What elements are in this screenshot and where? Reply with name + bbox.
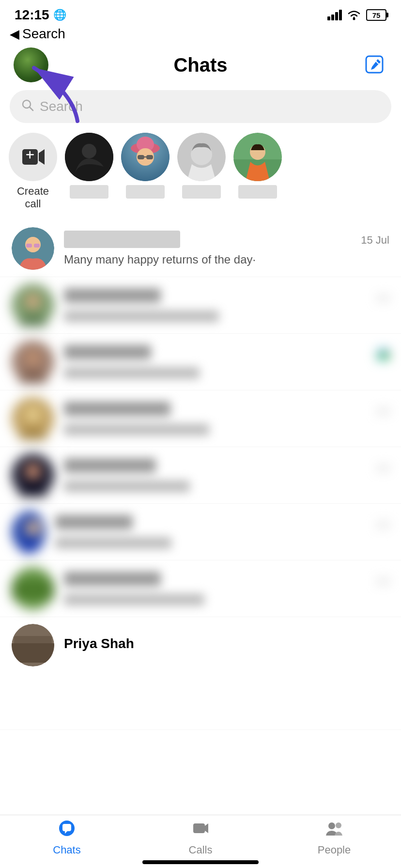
- story-avatar-1: [65, 133, 113, 181]
- story-name-blur-3: [182, 185, 221, 199]
- story-name-blur-2: [126, 185, 165, 199]
- svg-point-4: [353, 18, 355, 20]
- svg-rect-32: [34, 244, 40, 248]
- svg-rect-48: [12, 643, 54, 663]
- story-item-1[interactable]: [65, 133, 113, 199]
- create-call-avatar: [9, 133, 57, 181]
- wifi-icon: [347, 10, 361, 20]
- svg-rect-31: [26, 244, 32, 248]
- chat-content-4: Jul: [64, 402, 389, 435]
- story-name-blur-1: [70, 185, 108, 199]
- user-avatar[interactable]: [14, 47, 48, 82]
- svg-point-52: [328, 822, 335, 829]
- chat-content-2: Jul: [64, 288, 389, 322]
- chat-content-3: 🏞️: [64, 345, 389, 379]
- chat-avatar-2: [12, 284, 54, 326]
- create-call-item[interactable]: Createcall: [9, 133, 57, 211]
- svg-point-15: [82, 144, 96, 158]
- story-item-4[interactable]: [233, 133, 282, 199]
- svg-rect-13: [30, 151, 31, 159]
- svg-rect-45: [12, 582, 54, 599]
- story-name-blur-4: [238, 185, 277, 199]
- story-item-2[interactable]: [121, 133, 170, 199]
- chat-avatar-5: [12, 454, 54, 496]
- story-avatar-4: [233, 133, 282, 181]
- svg-rect-2: [335, 12, 338, 20]
- svg-point-53: [336, 822, 341, 828]
- chat-avatar-3: [12, 341, 54, 383]
- story-item-3[interactable]: [177, 133, 226, 199]
- chats-header: Chats: [0, 46, 401, 90]
- chat-avatar-4: [12, 397, 54, 440]
- chat-avatar-1: [12, 227, 54, 270]
- chat-content-1: 15 Jul Many many happy returns of the da…: [64, 231, 389, 266]
- chat-message-1: Many many happy returns of the day·: [64, 253, 256, 266]
- calls-tab-icon: [191, 819, 210, 842]
- chat-content-7: Jul: [64, 572, 389, 605]
- story-avatar-2: [121, 133, 170, 181]
- chat-item-5[interactable]: Jul: [0, 447, 401, 504]
- signal-icon: [327, 10, 342, 20]
- chat-item-6[interactable]: Jul: [0, 504, 401, 560]
- svg-marker-11: [39, 149, 45, 165]
- home-indicator: [142, 860, 259, 864]
- stories-row: Createcall: [0, 133, 401, 220]
- tab-chats[interactable]: Chats: [28, 819, 106, 856]
- create-call-label: Createcall: [17, 185, 49, 211]
- svg-point-36: [25, 350, 41, 366]
- back-navigation[interactable]: ◀ Search: [0, 26, 401, 46]
- tab-people[interactable]: People: [295, 819, 373, 856]
- svg-rect-22: [146, 155, 153, 159]
- globe-icon: 🌐: [53, 9, 66, 21]
- status-bar: 12:15 🌐 75: [0, 0, 401, 26]
- people-tab-label: People: [318, 844, 351, 856]
- svg-rect-3: [339, 10, 342, 20]
- svg-point-38: [25, 407, 41, 422]
- chat-time-1: 15 Jul: [361, 234, 389, 247]
- chat-name-priya: Priya Shah: [64, 636, 134, 651]
- chats-tab-icon: [58, 819, 76, 842]
- story-avatar-3: [177, 133, 226, 181]
- svg-rect-21: [138, 155, 144, 159]
- svg-rect-0: [327, 16, 330, 20]
- chat-list: 15 Jul Many many happy returns of the da…: [0, 220, 401, 730]
- chat-content-priya: Priya Shah: [64, 636, 389, 654]
- chat-item-4[interactable]: Jul: [0, 390, 401, 447]
- svg-line-8: [30, 107, 33, 110]
- chat-content-5: Jul: [64, 458, 389, 492]
- chat-item-7[interactable]: Jul: [0, 560, 401, 617]
- svg-point-34: [25, 294, 41, 309]
- chats-tab-label: Chats: [53, 844, 80, 856]
- chat-item-1[interactable]: 15 Jul Many many happy returns of the da…: [0, 220, 401, 277]
- chat-avatar-priya: [12, 624, 54, 666]
- search-placeholder: Search: [40, 99, 83, 114]
- page-title: Chats: [173, 54, 227, 76]
- status-icons: 75: [327, 9, 386, 21]
- svg-point-40: [25, 464, 41, 479]
- chat-content-6: Jul: [55, 515, 389, 549]
- tab-calls[interactable]: Calls: [162, 819, 239, 856]
- battery-icon: 75: [366, 9, 386, 21]
- people-tab-icon: [325, 819, 343, 842]
- search-icon: [21, 99, 34, 114]
- svg-point-42: [25, 520, 41, 536]
- compose-button[interactable]: [362, 52, 387, 78]
- svg-marker-51: [205, 823, 208, 833]
- svg-rect-1: [331, 15, 334, 20]
- chat-avatar-7: [12, 567, 54, 610]
- calls-tab-label: Calls: [189, 844, 213, 856]
- back-label: Search: [22, 26, 65, 42]
- chat-name-blur-1: [64, 231, 180, 248]
- back-arrow-icon: ◀: [10, 27, 19, 42]
- chat-item-3[interactable]: 🏞️: [0, 334, 401, 390]
- search-bar[interactable]: Search: [10, 90, 391, 123]
- status-time: 12:15: [15, 7, 49, 23]
- chat-item-2[interactable]: Jul: [0, 277, 401, 334]
- chat-item-priya[interactable]: Priya Shah: [0, 617, 401, 730]
- svg-rect-50: [193, 823, 205, 833]
- search-container: Search: [0, 90, 401, 133]
- compose-icon: [365, 55, 385, 75]
